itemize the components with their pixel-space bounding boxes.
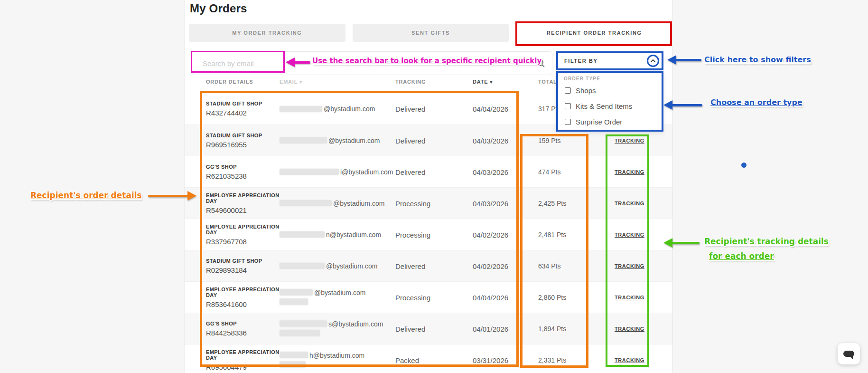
- annotation-arrow-filter: [667, 55, 701, 65]
- header-email[interactable]: EMAIL▾: [280, 79, 302, 85]
- header-order-details: ORDER DETAILS: [206, 79, 253, 85]
- table-row: EMPLOYEE APPRECIATION DAY R337967708 n@b…: [185, 219, 672, 250]
- order-details-cell: GG'S SHOP R621035238: [206, 164, 284, 180]
- order-total: 2,331 Pts: [538, 356, 566, 364]
- tracking-link[interactable]: TRACKING: [615, 232, 644, 238]
- order-date: 04/03/2026: [473, 168, 508, 176]
- email-redacted: [280, 231, 325, 238]
- order-id: R029893184: [206, 266, 284, 274]
- tracking-link[interactable]: TRACKING: [615, 263, 644, 269]
- checkbox-surprise-order[interactable]: Surprise Order: [565, 118, 622, 126]
- checkbox-icon[interactable]: [565, 87, 571, 94]
- order-id: R853641600: [206, 300, 284, 308]
- chat-bubble-icon: [843, 351, 854, 357]
- orders-panel: My Orders MY ORDER TRACKING SENT GIFTS R…: [184, 0, 673, 373]
- tracking-link[interactable]: TRACKING: [615, 326, 644, 332]
- order-date: 04/04/2026: [473, 105, 508, 113]
- order-total: 159 Pts: [538, 137, 560, 144]
- order-details-cell: EMPLOYEE APPRECIATION DAY R695604479: [206, 349, 284, 371]
- tracking-status: Delivered: [395, 136, 425, 144]
- table-row: EMPLOYEE APPRECIATION DAY R549600021 @by…: [185, 187, 672, 219]
- annotation-arrow-search: [286, 57, 310, 67]
- header-tracking: TRACKING: [395, 79, 426, 85]
- order-details-cell: STADIUM GIFT SHOP R432744402: [206, 101, 284, 117]
- email-suffix: h@bystadium.com: [309, 351, 364, 359]
- order-id: R969516955: [206, 141, 284, 149]
- email-cell: h@bystadium.com: [280, 351, 398, 369]
- annotation-arrow-order-details: [148, 191, 196, 201]
- order-id: R621035238: [206, 172, 284, 180]
- chat-button[interactable]: [838, 343, 860, 364]
- my-orders-page: My Orders MY ORDER TRACKING SENT GIFTS R…: [0, 0, 868, 373]
- order-details-cell: STADIUM GIFT SHOP R029893184: [206, 258, 284, 274]
- order-total: 474 Pts: [538, 168, 560, 176]
- checkbox-kits-and-send-items[interactable]: Kits & Send Items: [565, 102, 632, 110]
- email-cell: i@bystadium.com: [280, 168, 398, 176]
- table-row: EMPLOYEE APPRECIATION DAY R695604479 h@b…: [185, 344, 672, 373]
- sort-icon-email: ▾: [299, 79, 302, 85]
- shop-name: GG'S SHOP: [206, 321, 284, 326]
- filter-panel: ORDER TYPE Shops Kits & Send Items Surpr…: [556, 71, 663, 132]
- email-suffix: @bystadium.com: [314, 288, 365, 296]
- tracking-link[interactable]: TRACKING: [615, 295, 644, 300]
- table-row: GG'S SHOP R621035238 i@bystadium.com Del…: [185, 156, 672, 187]
- order-id: R432744402: [206, 109, 284, 117]
- checkbox-icon[interactable]: [565, 103, 571, 109]
- email-suffix: @bystadium.com: [326, 262, 377, 270]
- email-redacted-line2: [280, 361, 306, 367]
- order-details-cell: GG'S SHOP R844258336: [206, 321, 284, 337]
- email-redacted: [280, 169, 339, 175]
- tab-my-order-tracking[interactable]: MY ORDER TRACKING: [189, 24, 345, 42]
- email-redacted: [280, 106, 322, 112]
- email-redacted: [280, 200, 332, 206]
- order-id: R337967708: [206, 238, 284, 246]
- shop-name: EMPLOYEE APPRECIATION DAY: [206, 287, 284, 298]
- order-date: 03/31/2026: [473, 356, 508, 364]
- shop-name: STADIUM GIFT SHOP: [206, 258, 284, 264]
- email-cell: @bystadium.com: [280, 137, 398, 144]
- email-redacted: [280, 263, 325, 269]
- order-date: 04/02/2026: [473, 230, 508, 239]
- tracking-link[interactable]: TRACKING: [615, 138, 644, 143]
- order-total: 2,425 Pts: [538, 200, 566, 207]
- tracking-status: Processing: [395, 293, 430, 301]
- page-title: My Orders: [190, 2, 247, 15]
- filter-by-label: FILTER BY: [564, 58, 597, 64]
- email-cell: @bystadium.com: [280, 200, 398, 207]
- order-date: 04/04/2026: [473, 293, 508, 301]
- checkbox-icon[interactable]: [565, 119, 571, 125]
- tracking-status: Processing: [395, 199, 430, 207]
- email-cell: @bystadium.com: [280, 288, 398, 306]
- orders-table-body: STADIUM GIFT SHOP R432744402 @bystadium.…: [185, 93, 672, 373]
- tracking-status: Delivered: [395, 325, 425, 333]
- shop-name: EMPLOYEE APPRECIATION DAY: [206, 349, 284, 361]
- annotation-text-tracking-line1: Recipient's tracking details: [704, 237, 829, 246]
- header-date[interactable]: DATE▾: [473, 79, 493, 85]
- tracking-link[interactable]: TRACKING: [615, 169, 644, 175]
- chevron-up-icon[interactable]: [647, 55, 659, 67]
- checkbox-shops[interactable]: Shops: [565, 86, 596, 95]
- order-details-cell: EMPLOYEE APPRECIATION DAY R337967708: [206, 224, 284, 246]
- tab-recipient-order-tracking[interactable]: RECIPIENT ORDER TRACKING: [516, 24, 672, 42]
- tracking-link[interactable]: TRACKING: [615, 201, 644, 206]
- tracking-link[interactable]: TRACKING: [615, 357, 644, 363]
- tracking-status: Delivered: [395, 262, 425, 270]
- order-total: 2,860 Pts: [538, 294, 566, 301]
- email-cell: @bystadium.com: [280, 262, 398, 270]
- order-date: 04/03/2026: [473, 136, 508, 144]
- order-details-cell: EMPLOYEE APPRECIATION DAY R549600021: [206, 192, 284, 214]
- tracking-status: Delivered: [395, 105, 425, 113]
- tab-sent-gifts[interactable]: SENT GIFTS: [353, 24, 509, 42]
- annotation-arrow-order-type: [663, 100, 702, 110]
- order-date: 04/03/2026: [473, 199, 508, 207]
- shop-name: GG'S SHOP: [206, 164, 284, 170]
- order-type-label: ORDER TYPE: [564, 76, 600, 81]
- email-cell: @bystadium.com: [280, 105, 398, 113]
- order-details-cell: STADIUM GIFT SHOP R969516955: [206, 133, 284, 149]
- shop-name: EMPLOYEE APPRECIATION DAY: [206, 192, 284, 204]
- email-cell: n@bystadium.com: [280, 231, 398, 239]
- email-suffix: @bystadium.com: [333, 200, 384, 207]
- shop-name: EMPLOYEE APPRECIATION DAY: [206, 224, 284, 235]
- email-redacted: [280, 137, 327, 143]
- filter-by-button[interactable]: FILTER BY: [557, 51, 664, 70]
